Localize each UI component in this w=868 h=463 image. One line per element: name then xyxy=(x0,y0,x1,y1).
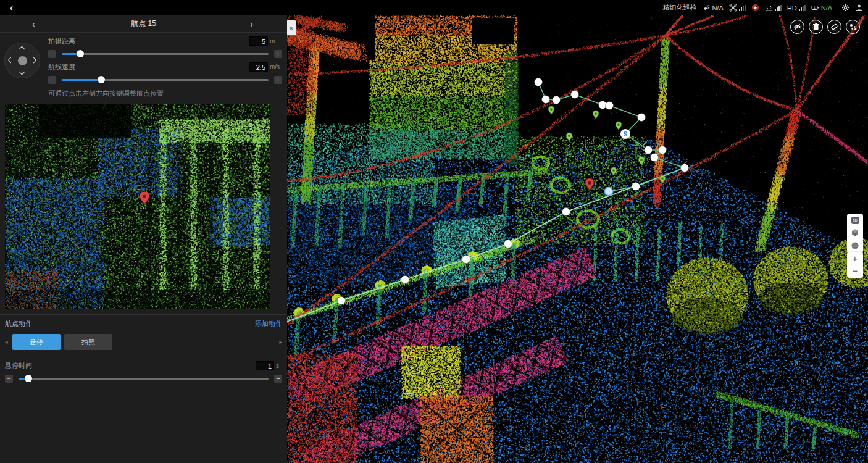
direction-pad[interactable] xyxy=(4,43,40,78)
waypoint-marker[interactable] xyxy=(571,91,579,99)
link-disconnected-icon xyxy=(751,4,759,12)
slider-track[interactable] xyxy=(62,79,269,81)
slider-thumb[interactable] xyxy=(98,76,105,83)
back-button[interactable]: ‹ xyxy=(10,3,13,13)
shoot-distance-label: 拍摄距离 xyxy=(48,36,249,46)
delete-icon xyxy=(812,23,820,31)
waypoint-pin-green[interactable] xyxy=(659,175,665,183)
waypoint-marker[interactable] xyxy=(462,256,470,264)
waypoint-marker[interactable] xyxy=(535,78,543,86)
waypoint-marker[interactable] xyxy=(542,96,550,104)
waypoint-pin-green[interactable] xyxy=(638,157,644,165)
selected-waypoint-pin-red[interactable] xyxy=(585,178,594,190)
drone-signal-bars xyxy=(739,5,746,11)
view-mode-icon[interactable]: 3D xyxy=(851,217,859,224)
preview-pointcloud-canvas[interactable] xyxy=(5,104,270,309)
chevron-down-icon[interactable] xyxy=(19,69,25,75)
delete-button[interactable] xyxy=(809,20,823,34)
chevron-left-icon[interactable] xyxy=(8,57,14,64)
user-icon[interactable] xyxy=(855,4,863,12)
waypoint-marker[interactable] xyxy=(681,164,689,172)
next-waypoint-button[interactable]: › xyxy=(250,15,253,33)
zoom-out-button[interactable]: − xyxy=(853,265,858,277)
add-waypoint-button[interactable] xyxy=(846,20,860,34)
chevron-up-icon[interactable] xyxy=(19,46,25,52)
shoot-distance-unit: m xyxy=(270,38,282,44)
waypoint-marker[interactable] xyxy=(632,183,640,191)
hide-button[interactable] xyxy=(790,20,804,34)
shoot-distance-slider: − + xyxy=(48,48,282,60)
dpad-center-dot[interactable] xyxy=(18,56,27,65)
waypoint-pin-green[interactable] xyxy=(611,167,616,175)
actions-scroll-left-icon[interactable]: ◂ xyxy=(5,339,12,345)
eraser-icon xyxy=(830,23,838,31)
hover-time-input[interactable] xyxy=(256,361,274,370)
waypoint-pin-green[interactable] xyxy=(593,111,598,119)
increase-button[interactable]: + xyxy=(274,375,282,383)
photo-action-button[interactable]: 拍照 xyxy=(64,334,112,350)
waypoint-marker[interactable] xyxy=(645,146,653,154)
waypoint-marker[interactable] xyxy=(606,102,614,110)
waypoint-marker[interactable] xyxy=(659,146,667,154)
cube-icon[interactable] xyxy=(851,228,859,237)
increase-button[interactable]: + xyxy=(274,76,282,84)
hd-signal: HD xyxy=(787,4,806,12)
waypoint-marker[interactable] xyxy=(504,240,512,248)
gnss-value: N/A xyxy=(712,4,723,12)
hover-time-section: 悬停时间 s − + xyxy=(0,356,287,385)
viewer-toolbar xyxy=(790,20,860,34)
route-speed-label: 航线速度 xyxy=(48,62,249,72)
zoom-in-button[interactable]: + xyxy=(853,253,858,265)
battery-status: N/A xyxy=(811,4,832,12)
shoot-distance-input[interactable] xyxy=(249,36,268,46)
slider-track[interactable] xyxy=(62,53,269,55)
app-root: ‹ 精细化巡检 N/A HD N/A xyxy=(0,0,868,463)
rc-signal xyxy=(765,4,782,12)
slider-thumb[interactable] xyxy=(77,50,84,57)
waypoint-preview[interactable] xyxy=(5,104,270,309)
start-waypoint-marker[interactable]: S xyxy=(620,129,630,139)
gear-icon[interactable] xyxy=(841,4,849,12)
waypoint-marker[interactable] xyxy=(553,96,561,104)
increase-button[interactable]: + xyxy=(274,50,282,58)
hover-time-label: 悬停时间 xyxy=(5,361,256,370)
hover-action-button[interactable]: 悬停 xyxy=(12,334,61,350)
actions-scroll-right-icon[interactable]: ▸ xyxy=(275,339,282,345)
view-tools: 3D xyxy=(847,214,863,253)
add-waypoint-icon xyxy=(849,23,858,31)
hide-icon xyxy=(793,23,801,31)
slider-track[interactable] xyxy=(19,378,269,380)
waypoint-marker[interactable] xyxy=(651,154,659,162)
pointcloud-viewer[interactable]: S « 3D + − xyxy=(287,15,868,463)
add-action-link[interactable]: 添加动作 xyxy=(255,319,282,328)
waypoint-pin-green[interactable] xyxy=(566,133,572,141)
eraser-button[interactable] xyxy=(827,20,841,34)
flight-path-overlay: S xyxy=(287,15,868,463)
decrease-button[interactable]: − xyxy=(5,375,13,383)
waypoint-marker[interactable] xyxy=(401,276,409,284)
sphere-icon[interactable] xyxy=(851,241,859,250)
drone-icon xyxy=(729,4,737,12)
route-speed-input[interactable] xyxy=(249,62,268,72)
chevron-right-icon[interactable] xyxy=(31,57,37,64)
waypoint-pin-green[interactable] xyxy=(616,122,621,130)
remote-controller-icon xyxy=(765,4,773,12)
gnss-status: N/A xyxy=(702,4,723,12)
selected-waypoint-marker[interactable] xyxy=(605,188,613,196)
slider-thumb[interactable] xyxy=(25,375,32,382)
waypoint-marker[interactable] xyxy=(638,114,646,122)
waypoint-marker[interactable] xyxy=(338,297,346,305)
waypoint-pin-green[interactable] xyxy=(548,106,554,114)
battery-value: N/A xyxy=(821,4,832,12)
collapse-panel-handle[interactable]: « xyxy=(286,20,296,35)
route-speed-slider: − + xyxy=(48,73,282,86)
prev-waypoint-button[interactable]: ‹ xyxy=(32,15,35,33)
decrease-button[interactable]: − xyxy=(48,50,56,58)
hover-time-unit: s xyxy=(276,362,282,369)
decrease-button[interactable]: − xyxy=(48,76,56,84)
waypoint-panel: ‹ 航点 15 › 拍摄距离 m − + 航线速度 xyxy=(0,15,287,463)
route-speed-unit: m/s xyxy=(270,64,282,70)
actions-label: 航点动作 xyxy=(5,319,32,328)
satellite-icon xyxy=(702,4,710,12)
waypoint-marker[interactable] xyxy=(562,208,570,216)
